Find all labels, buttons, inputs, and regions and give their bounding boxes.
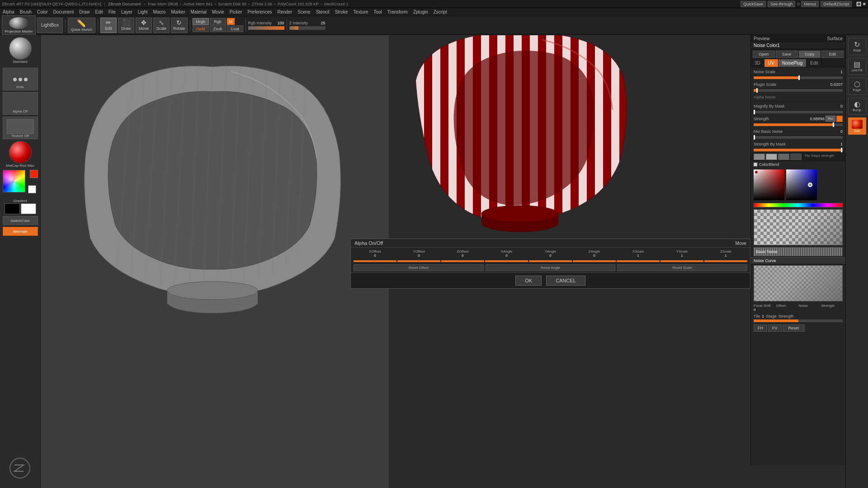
edit-btn[interactable]: Edit [821, 51, 844, 58]
yoffset-slider[interactable] [397, 260, 440, 262]
rotate-btn-right[interactable]: ↻ Rotat [848, 38, 866, 55]
alternate-btn[interactable]: Alternate [3, 227, 38, 236]
canvas-left[interactable] [41, 35, 389, 488]
plugin-scale-slider[interactable] [751, 89, 845, 93]
polyf-btn[interactable]: ⬡ PolyF [848, 78, 866, 95]
menu-zscript[interactable]: Zscript [431, 9, 450, 15]
quicksave-btn[interactable]: QuickSave [741, 1, 766, 7]
menu-picker[interactable]: Picker [227, 9, 245, 15]
gradient-black[interactable] [5, 203, 20, 214]
default-zscript-btn[interactable]: DefaultZScript [821, 1, 852, 7]
reset-angle-btn[interactable]: Reset Angle [486, 264, 616, 271]
edit-btn[interactable]: ✏ Edit [100, 18, 117, 33]
strength-color-indicator[interactable] [836, 116, 843, 122]
quick-sketch-btn[interactable]: ✏️ Quick Sketch [68, 18, 95, 33]
z-intensity-slider[interactable] [289, 26, 326, 30]
menu-edit[interactable]: Edit [93, 9, 106, 15]
menu-file[interactable]: File [106, 9, 118, 15]
reset-btn[interactable]: Reset [783, 324, 805, 332]
menu-macro[interactable]: Macro [151, 9, 169, 15]
zscale-slider[interactable] [704, 260, 747, 262]
menu-color[interactable]: Color [34, 9, 51, 15]
noise-curve-preview[interactable] [754, 265, 843, 301]
menu-stencil[interactable]: Stencil [313, 9, 332, 15]
color-btn-2[interactable] [766, 154, 777, 160]
save-btn[interactable]: Save [776, 51, 798, 58]
menu-light[interactable]: Light [135, 9, 151, 15]
tab-edit[interactable]: Edit [807, 59, 822, 67]
tab-uv[interactable]: UV [764, 59, 778, 67]
coat-btn[interactable]: Coat [227, 25, 243, 32]
ok-button[interactable]: OK [515, 276, 542, 286]
m-indicator[interactable]: M [227, 18, 235, 25]
hue-bar[interactable] [754, 203, 843, 207]
see-through-btn[interactable]: See-through [768, 1, 796, 7]
color-picker-right[interactable] [786, 169, 817, 200]
solo-btn[interactable]: Solo [848, 117, 866, 135]
rotate-btn[interactable]: ↻ Rotate [171, 18, 188, 33]
yangle-slider[interactable] [529, 260, 572, 262]
menu-scene[interactable]: Scene [295, 9, 313, 15]
xangle-slider[interactable] [485, 260, 528, 262]
colorblend-toggle[interactable] [754, 163, 757, 166]
menu-tool[interactable]: Tool [371, 9, 384, 15]
menu-movie[interactable]: Movie [209, 9, 227, 15]
scale-btn[interactable]: ⤡ Scale [153, 18, 170, 33]
menu-texture[interactable]: Texture [351, 9, 371, 15]
bump-btn[interactable]: ◐ Bump [848, 98, 866, 115]
projection-master-btn[interactable]: Projection Master [2, 15, 36, 35]
color-btn-4[interactable] [790, 154, 802, 160]
tab-noiseplug[interactable]: NoisePlug [778, 59, 807, 67]
fv-btn[interactable]: FV [768, 324, 782, 332]
menu-preferences[interactable]: Preferences [245, 9, 275, 15]
color-btn-1[interactable] [754, 154, 765, 160]
menus-btn[interactable]: Menus [801, 1, 819, 7]
magnify-by-mask-slider[interactable] [751, 111, 845, 114]
reset-offset-btn[interactable]: Reset Offset [354, 264, 484, 271]
menu-stroke[interactable]: Stroke [332, 9, 351, 15]
reset-scale-btn[interactable]: Reset Scale [617, 264, 747, 271]
menu-zplugin[interactable]: Zplugin [410, 9, 431, 15]
menu-render[interactable]: Render [275, 9, 295, 15]
xoffset-slider[interactable] [354, 260, 396, 262]
menu-marker[interactable]: Marker [168, 9, 188, 15]
mix-basic-noise-slider[interactable] [751, 136, 845, 140]
dots-brush-btn[interactable]: Dots [3, 68, 38, 90]
rgb-intensity-slider[interactable] [248, 26, 284, 30]
tile-slider[interactable] [751, 319, 845, 323]
rgb-btn[interactable]: Rgb [210, 18, 226, 25]
open-btn[interactable]: Open [753, 51, 775, 58]
move-btn[interactable]: ✥ Move [136, 18, 152, 33]
lightbox-btn[interactable]: LightBox [37, 18, 63, 33]
switch-color-btn[interactable]: SwitchColor [3, 216, 38, 225]
line-fill-btn[interactable]: ▤ Line Fill [848, 58, 866, 75]
menu-material[interactable]: Material [188, 9, 210, 15]
color-btn-3[interactable] [778, 154, 789, 160]
standard-material-btn[interactable]: Standard [3, 37, 38, 66]
zadd-btn[interactable]: Zadd [193, 25, 209, 32]
cancel-button[interactable]: CANCEL [546, 276, 585, 286]
canvas-right[interactable] [389, 35, 750, 239]
menu-document[interactable]: Document [51, 9, 77, 15]
copy-btn[interactable]: Copy [799, 51, 821, 58]
basic-noise-preview[interactable]: Basic Noise [754, 247, 843, 256]
texture-off-btn[interactable]: Texture Off [3, 117, 38, 139]
strength-by-mask-slider[interactable] [751, 149, 845, 152]
color-picker-left[interactable] [754, 169, 784, 200]
xscale-slider[interactable] [617, 260, 660, 262]
strength-slider[interactable] [751, 123, 845, 127]
color-picker-btn[interactable] [3, 170, 38, 197]
menu-draw[interactable]: Draw [76, 9, 92, 15]
draw-btn[interactable]: ⬛ Draw [118, 18, 134, 33]
tab-3d[interactable]: 3D [751, 59, 764, 67]
matcap-btn[interactable]: MatCap Red Wax [3, 141, 38, 168]
gradient-white[interactable] [21, 203, 36, 214]
fh-btn[interactable]: FH [754, 324, 767, 332]
menu-layer[interactable]: Layer [118, 9, 135, 15]
zoffset-slider[interactable] [441, 260, 484, 262]
rel-btn[interactable]: Rel [826, 116, 835, 122]
noise-scale-slider[interactable] [751, 76, 845, 80]
zsub-btn[interactable]: Zsub [210, 25, 226, 32]
alpha-off-btn[interactable]: Alpha Off [3, 92, 38, 115]
menu-transform[interactable]: Transform [385, 9, 410, 15]
